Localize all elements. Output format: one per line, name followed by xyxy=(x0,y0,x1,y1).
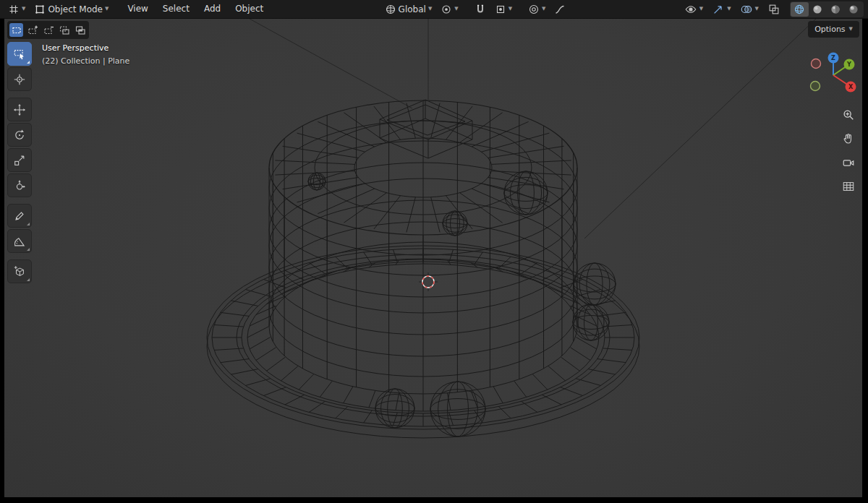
menu-view[interactable]: View xyxy=(121,0,154,18)
snap-target-selector[interactable]: ▼ xyxy=(491,2,516,17)
menu-select[interactable]: Select xyxy=(156,0,196,18)
select-mode-extend[interactable] xyxy=(25,23,39,37)
select-mode-intersect[interactable] xyxy=(73,23,87,37)
topbar-center: Global ▼ ▼ ▼ ▼ xyxy=(381,0,570,18)
snap-magnet-icon xyxy=(475,4,486,15)
tool-select-box[interactable] xyxy=(7,42,32,66)
topbar-right: ▼ ▼ ▼ xyxy=(681,0,864,18)
dropdown-chevron-icon: ▼ xyxy=(542,7,545,12)
svg-text:X: X xyxy=(848,84,854,90)
menu-object[interactable]: Object xyxy=(229,0,270,18)
select-box-icon xyxy=(13,48,26,61)
tool-add-cube[interactable] xyxy=(7,259,32,283)
axis-neg-y-ball[interactable] xyxy=(811,82,820,91)
viewport-side-tools xyxy=(841,107,856,194)
dropdown-chevron-icon: ▼ xyxy=(428,7,432,12)
viewport-info: User Perspective (22) Collection | Plane xyxy=(42,43,129,66)
axis-x-ball[interactable]: X xyxy=(846,82,856,93)
cursor-icon xyxy=(13,73,26,86)
collection-breadcrumb: (22) Collection | Plane xyxy=(42,56,129,66)
transform-orientation-selector[interactable]: Global ▼ xyxy=(381,2,436,17)
axis-z-ball[interactable]: Z xyxy=(828,53,839,64)
zoom-button[interactable] xyxy=(841,107,856,123)
shading-mode-group xyxy=(790,1,864,17)
proportional-falloff-selector[interactable] xyxy=(550,2,569,17)
tool-move[interactable] xyxy=(7,98,32,121)
solid-shading-icon xyxy=(812,4,823,15)
left-toolbar xyxy=(7,42,32,285)
measure-icon xyxy=(13,235,26,248)
gizmos-selector[interactable]: ▼ xyxy=(708,1,734,17)
editor-type-selector[interactable]: ▼ xyxy=(4,2,29,17)
move-icon xyxy=(13,103,26,116)
pivot-point-selector[interactable]: ▼ xyxy=(437,2,461,17)
rotate-icon xyxy=(13,129,26,142)
annotate-icon xyxy=(13,210,26,223)
dropdown-chevron-icon: ▼ xyxy=(509,7,512,12)
shading-wireframe-button[interactable] xyxy=(791,2,809,17)
toggle-grid-button[interactable] xyxy=(841,179,856,194)
transform-orientation-label: Global xyxy=(399,4,426,14)
falloff-curve-icon xyxy=(554,4,566,15)
axis-y-ball[interactable]: Y xyxy=(844,59,855,70)
transform-icon xyxy=(13,179,26,192)
editor-type-icon xyxy=(8,4,20,15)
dropdown-chevron-icon: ▼ xyxy=(22,7,25,12)
material-preview-icon xyxy=(830,4,841,15)
wireframe-shading-icon xyxy=(793,4,805,15)
visibility-eye-icon xyxy=(684,3,697,16)
options-button[interactable]: Options ▼ xyxy=(808,21,859,38)
shading-material-button[interactable] xyxy=(827,2,845,17)
options-label: Options xyxy=(814,25,845,34)
shading-rendered-button[interactable] xyxy=(845,2,863,17)
select-mode-set[interactable] xyxy=(9,23,23,37)
menu-add[interactable]: Add xyxy=(197,0,227,18)
pan-button[interactable] xyxy=(841,131,856,147)
snap-toggle[interactable] xyxy=(471,2,490,17)
intersect-mode-icon xyxy=(75,25,86,36)
mode-selector[interactable]: Object Mode ▼ xyxy=(30,2,112,17)
xray-toggle[interactable] xyxy=(764,1,784,17)
select-mode-group xyxy=(7,21,89,39)
zoom-icon xyxy=(842,108,855,121)
subtract-mode-icon xyxy=(43,25,54,36)
select-mode-subtract[interactable] xyxy=(41,23,55,37)
topbar-left: ▼ Object Mode ▼ View Select Add Object xyxy=(4,0,270,18)
xray-toggle-icon xyxy=(767,3,780,16)
dropdown-chevron-icon: ▼ xyxy=(105,7,109,12)
dropdown-chevron-icon: ▼ xyxy=(755,7,759,12)
topbar: ▼ Object Mode ▼ View Select Add Object G… xyxy=(0,0,868,19)
camera-view-button[interactable] xyxy=(841,155,856,171)
extend-mode-icon xyxy=(27,25,38,36)
tool-transform[interactable] xyxy=(7,173,32,197)
gizmos-icon xyxy=(712,3,725,16)
wireframe-cake-model xyxy=(4,19,862,497)
snap-target-icon xyxy=(495,4,506,15)
overlays-icon xyxy=(740,3,753,16)
select-mode-invert[interactable] xyxy=(57,23,71,37)
tool-rotate[interactable] xyxy=(7,123,32,147)
show-hide-selector[interactable]: ▼ xyxy=(681,1,707,17)
proportional-editing-toggle[interactable]: ▼ xyxy=(524,2,549,17)
camera-view-icon xyxy=(842,156,855,169)
view-perspective-label: User Perspective xyxy=(42,43,129,53)
tool-cursor[interactable] xyxy=(7,67,32,91)
shading-solid-button[interactable] xyxy=(809,2,827,17)
toggle-grid-icon xyxy=(842,180,855,193)
svg-text:Z: Z xyxy=(831,55,835,61)
tool-scale[interactable] xyxy=(7,148,32,172)
pivot-point-icon xyxy=(441,4,452,15)
tool-annotate[interactable] xyxy=(7,204,32,228)
pan-hand-icon xyxy=(842,132,855,145)
invert-mode-icon xyxy=(59,25,70,36)
navigation-gizmo[interactable]: Z Y X xyxy=(804,45,862,103)
proportional-editing-icon xyxy=(528,4,540,15)
tool-measure[interactable] xyxy=(7,229,32,253)
add-cube-icon xyxy=(13,265,26,278)
set-mode-icon xyxy=(11,25,22,36)
viewport-3d[interactable]: Options ▼ User Perspective (22) Collecti… xyxy=(4,19,862,497)
dropdown-chevron-icon: ▼ xyxy=(849,27,853,32)
scale-icon xyxy=(13,154,26,167)
overlays-selector[interactable]: ▼ xyxy=(736,1,762,17)
axis-neg-x-ball[interactable] xyxy=(812,59,821,69)
